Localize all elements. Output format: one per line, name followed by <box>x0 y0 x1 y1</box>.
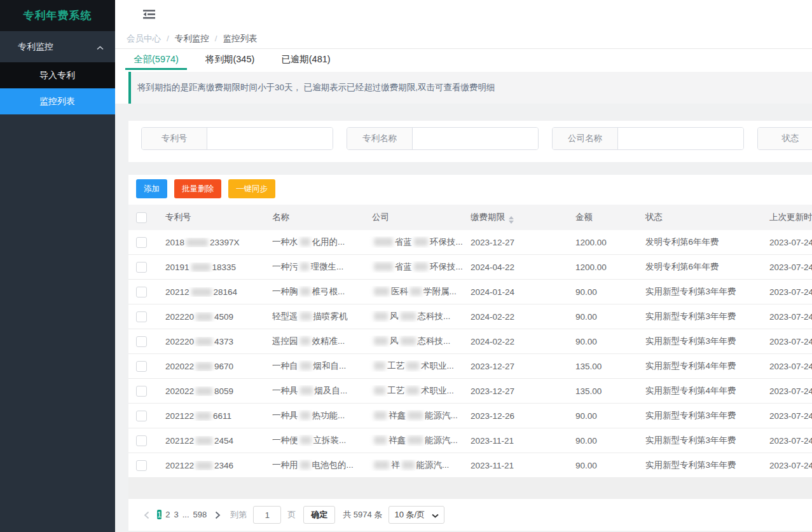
row-checkbox[interactable] <box>136 411 147 421</box>
page-size-select[interactable]: 10 条/页 <box>389 506 444 524</box>
filter-status: 状态 <box>757 127 812 150</box>
redacted-blur <box>191 288 212 296</box>
batch-delete-button[interactable]: 批量删除 <box>174 179 221 198</box>
patent-no-cell: 2021222454 <box>159 436 266 446</box>
sidebar-item-import-patent[interactable]: 导入专利 <box>0 62 115 88</box>
filter-patent-no: 专利号 <box>141 127 333 150</box>
table-row[interactable]: 2021226611一种具热功能...祥鑫能源汽...2023-12-2690.… <box>128 404 812 428</box>
company-cell: 工艺术职业... <box>366 360 464 372</box>
redacted-blur <box>406 386 419 395</box>
sidebar: 专利年费系统 专利监控 导入专利 监控列表 <box>0 0 115 532</box>
due-date-cell: 2024-02-22 <box>464 312 569 322</box>
redacted-blur <box>186 238 208 247</box>
table-header-row: 专利号 名称 公司 缴费期限 金额 状态 上次更新时间 <box>128 205 812 230</box>
updated-cell: 2023-07-24 1 <box>763 386 812 396</box>
tab-all[interactable]: 全部(5974) <box>125 49 187 70</box>
company-cell: 祥鑫能源汽... <box>366 435 464 446</box>
sidebar-menu: 专利监控 导入专利 监控列表 <box>0 31 115 114</box>
due-date-cell: 2023-12-26 <box>464 411 569 421</box>
table-row[interactable]: 2021222454一种便立拆装...祥鑫能源汽...2023-11-2190.… <box>128 428 812 453</box>
company-cell: 祥鑫能源汽... <box>366 410 464 421</box>
next-page-icon[interactable] <box>209 506 226 524</box>
row-checkbox[interactable] <box>136 336 147 347</box>
add-button[interactable]: 添加 <box>136 179 167 198</box>
redacted-blur <box>374 362 385 370</box>
table-row[interactable]: 2022204373遥控园效精准...风态科技...2024-02-2290.0… <box>128 329 812 354</box>
row-checkbox[interactable] <box>136 460 147 471</box>
due-date-cell: 2024-04-22 <box>464 263 569 272</box>
row-checkbox[interactable] <box>136 287 147 297</box>
table-row[interactable]: 2021222346一种用电池包的...祥能源汽...2023-11-2190.… <box>128 453 812 478</box>
row-checkbox[interactable] <box>136 262 147 273</box>
patent-no-cell: 2021226611 <box>159 411 266 421</box>
table-row[interactable]: 2019118335一种污理微生...省蓝环保技...2024-04-22120… <box>128 255 812 280</box>
redacted-blur <box>300 337 310 345</box>
page-button[interactable]: 2 <box>165 510 170 519</box>
prev-page-icon[interactable] <box>137 506 155 524</box>
redacted-blur <box>414 238 428 246</box>
col-company: 公司 <box>366 212 464 223</box>
table-row[interactable]: 2021228164一种胸椎弓根...医科学附属...2024-01-2490.… <box>128 280 812 304</box>
updated-cell: 2023-07-24 1 <box>763 411 812 421</box>
row-checkbox[interactable] <box>136 386 147 397</box>
tab-due-soon[interactable]: 将到期(345) <box>197 49 263 70</box>
page-button[interactable]: 3 <box>174 510 178 519</box>
breadcrumb-item[interactable]: 专利监控 <box>175 33 209 44</box>
patent-no-cell: 2021222346 <box>159 461 266 470</box>
breadcrumb-separator: / <box>167 34 169 43</box>
goto-page-input[interactable] <box>253 506 281 524</box>
amount-cell: 90.00 <box>569 411 639 421</box>
table-row[interactable]: 2022204509轻型遥描喷雾机风态科技...2024-02-2290.00实… <box>128 304 812 329</box>
patent-no-cell: 201823397X <box>159 238 266 247</box>
company-cell: 风态科技... <box>366 311 464 322</box>
row-checkbox[interactable] <box>136 311 147 322</box>
patent-name-input[interactable] <box>413 128 538 149</box>
confirm-button[interactable]: 确定 <box>303 506 335 524</box>
redacted-blur <box>374 411 387 419</box>
redacted-blur <box>408 436 423 444</box>
row-checkbox[interactable] <box>136 361 147 372</box>
row-checkbox-cell <box>128 237 159 248</box>
filter-label: 状态 <box>758 128 812 149</box>
redacted-blur <box>191 263 210 271</box>
filter-label: 公司名称 <box>553 128 618 149</box>
page-button[interactable]: 1 <box>157 510 162 519</box>
company-name-input[interactable] <box>618 128 743 149</box>
menu-fold-icon[interactable] <box>143 10 155 19</box>
table-row[interactable]: 2020229670一种自烟和自...工艺术职业...2023-12-27135… <box>128 354 812 379</box>
redacted-blur <box>374 461 389 469</box>
page-buttons: 123...598 <box>155 506 209 524</box>
patent-name-cell: 一种胸椎弓根... <box>266 286 366 297</box>
sync-button[interactable]: 一键同步 <box>228 179 275 198</box>
select-all-checkbox[interactable] <box>136 212 147 223</box>
row-checkbox[interactable] <box>136 435 147 446</box>
table-row[interactable]: 201823397X一种水化用的...省蓝环保技...2023-12-27120… <box>128 230 812 255</box>
row-checkbox[interactable] <box>136 237 147 248</box>
due-date-cell: 2023-12-27 <box>464 238 569 247</box>
redacted-blur <box>300 312 312 320</box>
updated-cell: 2023-07-24 1 <box>763 436 812 446</box>
table-row[interactable]: 2020228059一种具烟及自...工艺术职业...2023-12-27135… <box>128 379 812 404</box>
row-checkbox-cell <box>128 411 159 421</box>
page-button[interactable]: 598 <box>193 510 207 519</box>
status-cell: 发明专利第6年年费 <box>639 261 763 273</box>
col-due-date[interactable]: 缴费期限 <box>464 212 569 224</box>
col-patent-no: 专利号 <box>159 212 266 223</box>
tab-overdue[interactable]: 已逾期(481) <box>273 49 338 70</box>
row-checkbox-cell <box>128 460 159 471</box>
row-checkbox-cell <box>128 386 159 397</box>
due-date-cell: 2023-11-21 <box>464 436 569 446</box>
patent-name-cell: 轻型遥描喷雾机 <box>266 311 366 322</box>
sidebar-item-patent-monitor[interactable]: 专利监控 <box>0 31 115 62</box>
breadcrumb-item[interactable]: 会员中心 <box>127 33 161 44</box>
tabs-section: 全部(5974) 将到期(345) 已逾期(481) 将到期指的是距离缴费期限时… <box>115 49 812 104</box>
page-ellipsis[interactable]: ... <box>182 510 189 519</box>
company-cell: 祥能源汽... <box>366 460 464 471</box>
row-checkbox-cell <box>128 435 159 446</box>
search-card: 专利号 专利名称 公司名称 状态 <box>128 121 812 162</box>
redacted-blur <box>374 386 385 395</box>
sidebar-item-monitor-list[interactable]: 监控列表 <box>0 88 115 114</box>
patent-no-input[interactable] <box>207 128 333 149</box>
goto-label: 到第 <box>230 509 247 521</box>
sort-icon[interactable] <box>509 216 514 224</box>
